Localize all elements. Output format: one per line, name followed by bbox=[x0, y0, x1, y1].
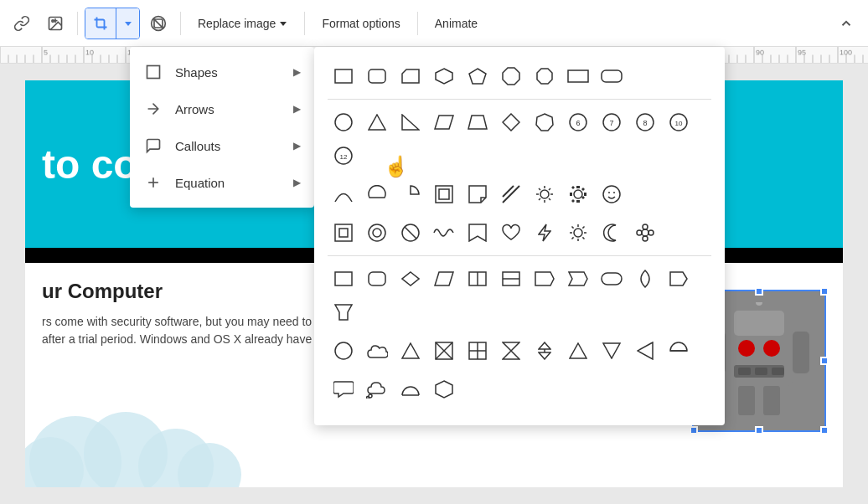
shape-up-triangle[interactable] bbox=[395, 335, 426, 367]
shape-up-triangle2[interactable] bbox=[562, 335, 594, 367]
menu-item-arrows[interactable]: Arrows ▶ bbox=[130, 90, 314, 127]
shape-folded-corner[interactable] bbox=[462, 178, 493, 210]
shape-plus-cross[interactable] bbox=[462, 335, 493, 367]
svg-marker-44 bbox=[503, 114, 519, 131]
svg-point-68 bbox=[369, 224, 385, 241]
shape-left-triangle[interactable] bbox=[629, 335, 661, 367]
shape-rectangle[interactable] bbox=[328, 60, 359, 92]
animate-button[interactable]: Animate bbox=[425, 8, 488, 39]
shape-flower[interactable] bbox=[629, 217, 661, 249]
shape-circle-10[interactable]: 10 bbox=[663, 106, 695, 138]
svg-point-26 bbox=[756, 302, 762, 306]
shapes-grid-row7 bbox=[328, 373, 711, 405]
crop-group bbox=[85, 8, 140, 39]
shape-gear2[interactable] bbox=[562, 178, 594, 210]
shape-half-circle2[interactable] bbox=[395, 373, 426, 405]
shape-square-donut[interactable] bbox=[328, 217, 359, 249]
shape-octagon[interactable] bbox=[495, 60, 527, 92]
shape-pentagon[interactable] bbox=[462, 60, 493, 92]
svg-line-82 bbox=[572, 237, 574, 239]
resize-handle-bm[interactable] bbox=[755, 426, 763, 435]
resize-handle-tm[interactable] bbox=[755, 287, 763, 296]
shape-stadium[interactable] bbox=[596, 263, 628, 295]
resize-handle-bl[interactable] bbox=[690, 426, 698, 435]
menu-item-callouts[interactable]: Callouts ▶ bbox=[130, 127, 314, 164]
format-options-button[interactable]: Format options bbox=[312, 8, 410, 39]
shape-smiley[interactable] bbox=[596, 178, 628, 210]
shape-hourglass[interactable] bbox=[495, 335, 527, 367]
shape-round-diamond[interactable] bbox=[629, 263, 661, 295]
shape-round-rect2[interactable] bbox=[361, 263, 393, 295]
menu-item-shapes[interactable]: Shapes ▶ bbox=[130, 54, 314, 90]
shape-wide-rect[interactable] bbox=[562, 60, 594, 92]
collapse-toolbar-button[interactable] bbox=[831, 8, 861, 39]
resize-handle-br[interactable] bbox=[820, 426, 829, 435]
shape-rounded-rect[interactable] bbox=[361, 60, 393, 92]
shape-arrow-tri[interactable] bbox=[663, 263, 695, 295]
crop-dropdown-button[interactable] bbox=[116, 8, 139, 39]
shapes-grid-row3 bbox=[328, 178, 711, 210]
shape-octagon-2[interactable] bbox=[529, 60, 561, 92]
shape-gear[interactable] bbox=[529, 178, 561, 210]
equation-menu-icon bbox=[143, 172, 163, 193]
shape-circle-8[interactable]: 8 bbox=[629, 106, 661, 138]
shape-speech-bubble[interactable] bbox=[328, 373, 359, 405]
shape-funnel[interactable] bbox=[328, 296, 359, 328]
animate-label: Animate bbox=[435, 17, 478, 30]
shape-parallelogram[interactable] bbox=[428, 106, 460, 138]
shape-pie[interactable] bbox=[395, 178, 426, 210]
shape-divided-rect2[interactable] bbox=[495, 263, 527, 295]
shape-diamond2[interactable] bbox=[395, 263, 426, 295]
shape-chevron[interactable] bbox=[562, 263, 594, 295]
replace-image-button[interactable]: Replace image bbox=[188, 8, 297, 39]
shape-lightning[interactable] bbox=[529, 217, 561, 249]
shape-circle-12[interactable]: 12 bbox=[328, 140, 359, 172]
shape-snip-rect[interactable] bbox=[395, 60, 426, 92]
shape-no-sign[interactable] bbox=[395, 217, 426, 249]
shape-notched-rect[interactable] bbox=[462, 217, 493, 249]
link-button[interactable] bbox=[7, 8, 37, 39]
add-image-button[interactable] bbox=[40, 8, 70, 39]
shape-heart[interactable] bbox=[495, 217, 527, 249]
shape-hexagon[interactable] bbox=[428, 60, 460, 92]
shape-hexagon2[interactable] bbox=[428, 373, 460, 405]
shape-right-triangle[interactable] bbox=[395, 106, 426, 138]
separator-2 bbox=[180, 12, 181, 35]
shape-parallelogram2[interactable] bbox=[428, 263, 460, 295]
menu-item-equation[interactable]: Equation ▶ bbox=[130, 164, 314, 201]
shape-heptagon[interactable] bbox=[529, 106, 561, 138]
shape-circle2[interactable] bbox=[328, 335, 359, 367]
svg-point-64 bbox=[608, 192, 610, 193]
shape-thought-bubble[interactable] bbox=[361, 373, 393, 405]
shape-half-circle[interactable] bbox=[663, 335, 695, 367]
shape-trapezoid[interactable] bbox=[462, 106, 493, 138]
shapes-divider-1 bbox=[328, 99, 711, 100]
masked-image-button[interactable] bbox=[143, 8, 173, 39]
shape-wave[interactable] bbox=[428, 217, 460, 249]
shape-arc[interactable] bbox=[328, 178, 359, 210]
crop-button[interactable] bbox=[85, 8, 116, 39]
shape-circle-6[interactable]: 6 bbox=[562, 106, 594, 138]
shape-x-cross[interactable] bbox=[428, 335, 460, 367]
shape-diagonal-stripe[interactable] bbox=[495, 178, 527, 210]
shape-circle-7[interactable]: 7 bbox=[596, 106, 628, 138]
shape-circle[interactable] bbox=[328, 106, 359, 138]
shape-triangle[interactable] bbox=[361, 106, 393, 138]
equation-menu-label: Equation bbox=[175, 176, 225, 190]
shape-arrow-up-down[interactable] bbox=[529, 335, 561, 367]
resize-handle-mr[interactable] bbox=[820, 357, 829, 365]
separator-3 bbox=[304, 12, 305, 35]
shape-wide-rounded-rect[interactable] bbox=[596, 60, 628, 92]
shape-sun[interactable] bbox=[562, 217, 594, 249]
shape-chord[interactable] bbox=[361, 178, 393, 210]
shape-divided-rect[interactable] bbox=[462, 263, 493, 295]
shape-pentagon2[interactable] bbox=[529, 263, 561, 295]
resize-handle-tr[interactable] bbox=[820, 287, 829, 296]
shape-cloud[interactable] bbox=[361, 335, 393, 367]
shape-frame[interactable] bbox=[428, 178, 460, 210]
shape-moon[interactable] bbox=[596, 217, 628, 249]
shape-diamond[interactable] bbox=[495, 106, 527, 138]
shape-rect2[interactable] bbox=[328, 263, 359, 295]
shape-down-triangle[interactable] bbox=[596, 335, 628, 367]
shape-donut[interactable] bbox=[361, 217, 393, 249]
